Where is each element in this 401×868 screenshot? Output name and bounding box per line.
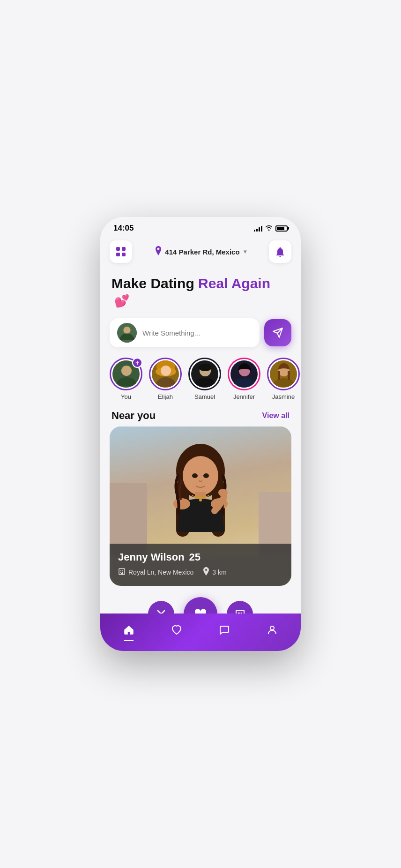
user-avatar — [117, 323, 137, 343]
location-pin-icon — [155, 246, 162, 258]
story-item-jennifer[interactable]: Jennifer — [228, 358, 260, 400]
grid-menu-button[interactable] — [110, 240, 132, 263]
status-time: 14:05 — [113, 224, 134, 233]
hero-section: Make Dating Real Again 💕 — [100, 268, 301, 313]
signal-icon — [254, 225, 262, 232]
card-age: 25 — [189, 551, 200, 563]
header: 414 Parker Rd, Mexico ▾ — [100, 236, 301, 268]
status-bar: 14:05 — [100, 217, 301, 236]
stories-section: + You — [100, 353, 301, 403]
story-ring-elijah — [149, 358, 182, 390]
nav-profile[interactable] — [259, 621, 285, 639]
bottom-nav — [100, 614, 301, 651]
story-name-you: You — [121, 393, 131, 400]
story-ring-samuel — [188, 358, 221, 390]
svg-point-30 — [199, 499, 202, 501]
grid-icon — [116, 247, 126, 256]
svg-rect-36 — [121, 573, 123, 575]
svg-point-23 — [183, 456, 218, 495]
building-icon — [118, 568, 126, 577]
svg-rect-33 — [122, 570, 123, 571]
notification-button[interactable] — [269, 240, 291, 263]
battery-icon — [275, 225, 288, 232]
hero-title: Make Dating Real Again 💕 — [111, 275, 290, 309]
svg-rect-19 — [288, 371, 290, 380]
search-bar — [110, 318, 260, 347]
stories-list: + You — [110, 358, 300, 400]
card-address-text: Royal Ln, New Mexico — [128, 569, 193, 576]
near-you-header: Near you View all — [100, 403, 301, 427]
svg-point-27 — [192, 473, 198, 478]
avatar-elijah — [152, 360, 179, 388]
card-distance: 3 km — [203, 567, 226, 577]
status-icons — [254, 224, 288, 232]
view-all-button[interactable]: View all — [262, 412, 290, 420]
add-story-badge: + — [132, 358, 142, 368]
svg-point-9 — [161, 366, 171, 376]
map-pin-icon — [203, 567, 209, 577]
chevron-down-icon: ▾ — [244, 248, 246, 255]
svg-point-3 — [121, 366, 132, 376]
main-content: 414 Parker Rd, Mexico ▾ Make Dating Real… — [100, 236, 301, 632]
nav-likes[interactable] — [163, 621, 190, 639]
story-item-you[interactable]: + You — [110, 358, 142, 400]
svg-rect-13 — [199, 364, 211, 371]
card-info-overlay: Jenny Wilson 25 — [110, 544, 291, 586]
story-ring-jennifer — [228, 358, 260, 390]
search-container — [100, 313, 301, 353]
heart-emoji: 💕 — [114, 294, 129, 308]
svg-rect-32 — [120, 570, 121, 571]
svg-rect-35 — [122, 572, 123, 573]
story-item-jasmine[interactable]: Jasmine — [267, 358, 300, 400]
nav-messages[interactable] — [211, 621, 238, 639]
svg-point-1 — [123, 327, 130, 334]
svg-point-28 — [203, 473, 209, 478]
phone-frame: 14:05 — [100, 217, 301, 651]
hero-title-part1: Make Dating — [111, 276, 194, 291]
profile-card-section: Jenny Wilson 25 — [100, 427, 301, 586]
location-text: 414 Parker Rd, Mexico — [165, 248, 239, 256]
profile-card[interactable]: Jenny Wilson 25 — [110, 427, 291, 586]
svg-rect-18 — [278, 371, 280, 380]
wifi-icon — [265, 224, 273, 232]
svg-point-29 — [218, 489, 228, 496]
story-name-jennifer: Jennifer — [233, 393, 255, 400]
near-you-title: Near you — [111, 410, 156, 422]
nav-home[interactable] — [116, 621, 142, 639]
svg-rect-34 — [120, 572, 121, 573]
card-name: Jenny Wilson — [118, 551, 185, 563]
location-selector[interactable]: 414 Parker Rd, Mexico ▾ — [155, 246, 246, 258]
send-button[interactable] — [264, 319, 291, 346]
svg-point-40 — [270, 626, 274, 630]
svg-point-25 — [173, 498, 190, 509]
story-name-elijah: Elijah — [158, 393, 173, 400]
card-meta: Royal Ln, New Mexico 3 km — [118, 567, 283, 577]
card-name-age: Jenny Wilson 25 — [118, 551, 283, 563]
card-address: Royal Ln, New Mexico — [118, 568, 193, 577]
story-name-jasmine: Jasmine — [272, 393, 295, 400]
avatar-jennifer — [230, 360, 258, 388]
story-item-samuel[interactable]: Samuel — [188, 358, 221, 400]
story-ring-jasmine — [267, 358, 300, 390]
search-input[interactable] — [142, 329, 252, 337]
hero-title-highlight: Real Again — [198, 276, 270, 291]
avatar-samuel — [191, 360, 218, 388]
story-item-elijah[interactable]: Elijah — [149, 358, 182, 400]
card-distance-text: 3 km — [212, 569, 226, 576]
story-name-samuel: Samuel — [194, 393, 215, 400]
avatar-jasmine — [270, 360, 297, 388]
